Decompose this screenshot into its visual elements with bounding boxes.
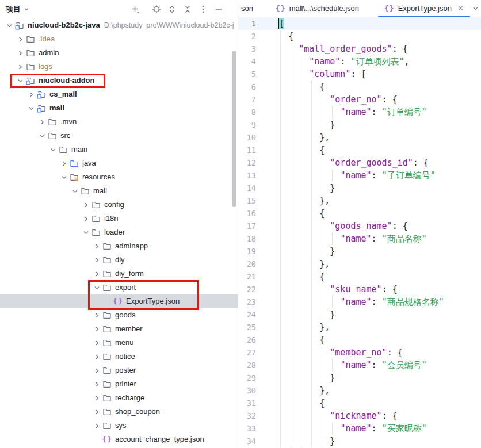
code-line[interactable]: } (278, 182, 444, 194)
tree-item-export[interactable]: export (0, 281, 238, 294)
chevron-right-icon[interactable] (26, 90, 36, 99)
expand-all-icon[interactable] (167, 4, 177, 14)
collapse-all-icon[interactable] (182, 4, 193, 14)
code-line[interactable]: { (278, 30, 444, 43)
tree-item-resources[interactable]: resources (0, 170, 238, 184)
code-line[interactable]: [ (278, 17, 444, 30)
tree-item-niucloud-addon[interactable]: niucloud-addon (0, 74, 238, 87)
chevron-right-icon[interactable] (92, 380, 102, 389)
chevron-down-icon[interactable] (59, 173, 69, 182)
code-line[interactable]: } (278, 118, 444, 131)
tab-exporttype-json[interactable]: {}ExportType.json✕ (377, 0, 471, 17)
editor-body[interactable]: 1234567891011121314151617181920212223242… (238, 17, 481, 448)
chevron-down-icon[interactable] (26, 104, 36, 113)
code-line[interactable]: "order_goods_id": { (278, 156, 444, 169)
code-line[interactable]: "name": "买家昵称" (278, 422, 444, 435)
tree-item--mvn[interactable]: .mvn (0, 115, 238, 129)
chevron-right-icon[interactable] (92, 269, 102, 278)
code-line[interactable]: "name": "会员编号" (278, 359, 444, 372)
project-panel-title[interactable]: 项目 (6, 4, 21, 14)
tree-item-logs[interactable]: logs (0, 60, 238, 74)
code-line[interactable]: }, (278, 384, 444, 397)
code-line[interactable]: }, (278, 321, 444, 334)
tree-item-exporttype-json[interactable]: {}ExportType.json (0, 294, 238, 308)
code-line[interactable]: "column": [ (278, 68, 444, 81)
code-line[interactable]: "name": "子订单编号" (278, 169, 444, 182)
tree-item-member[interactable]: member (0, 322, 238, 336)
code-line[interactable]: { (278, 270, 444, 283)
tree-item-printer[interactable]: printer (0, 377, 238, 391)
code-line[interactable]: } (278, 372, 444, 384)
tree-item-niucloud-b2b2c-java[interactable]: niucloud-b2b2c-javaD:\phpstudy_pro\WWW\n… (0, 18, 238, 32)
tree-item-admin[interactable]: admin (0, 46, 238, 60)
chevron-right-icon[interactable] (92, 255, 102, 265)
chevron-right-icon[interactable] (92, 393, 102, 403)
chevron-right-icon[interactable] (16, 35, 25, 44)
chevron-right-icon[interactable] (81, 200, 91, 209)
code-line[interactable]: "member_no": { (278, 346, 444, 359)
code-line[interactable]: "name": "商品名称" (278, 232, 444, 245)
tree-item-poster[interactable]: poster (0, 363, 238, 377)
close-icon[interactable]: ✕ (457, 4, 464, 13)
code-line[interactable]: }, (278, 258, 444, 270)
code-line[interactable]: "name": "商品规格名称" (278, 296, 444, 308)
tree-item--idea[interactable]: .idea (0, 32, 238, 46)
chevron-right-icon[interactable] (59, 159, 69, 168)
chevron-right-icon[interactable] (92, 407, 102, 416)
more-icon[interactable] (198, 4, 208, 14)
code-line[interactable]: "sku_name": { (278, 283, 444, 296)
tree-item-adminapp[interactable]: adminapp (0, 239, 238, 253)
chevron-down-icon[interactable] (23, 6, 30, 13)
code-line[interactable]: "name": "订单项列表", (278, 55, 444, 68)
tab-son[interactable]: son (238, 0, 268, 17)
tree-item-cs-mall[interactable]: cs_mall (0, 87, 238, 101)
add-icon[interactable] (130, 4, 140, 14)
tab-mall-schedule-json[interactable]: {}mall\...\schedule.json (268, 0, 367, 17)
chevron-down-icon[interactable] (81, 228, 91, 237)
chevron-right-icon[interactable] (92, 366, 102, 375)
tree-item-config[interactable]: config (0, 198, 238, 212)
chevron-down-icon[interactable] (5, 21, 14, 30)
chevron-right-icon[interactable] (92, 352, 102, 361)
tree-item-goods[interactable]: goods (0, 308, 238, 322)
tree-item-main[interactable]: main (0, 143, 238, 156)
code-line[interactable]: "mall_order_goods": { (278, 43, 444, 55)
tree-item-menu[interactable]: menu (0, 336, 238, 350)
code-line[interactable]: } (278, 435, 444, 447)
chevron-right-icon[interactable] (37, 117, 47, 127)
code-area[interactable]: [ { "mall_order_goods": { "name": "订单项列表… (278, 17, 444, 447)
code-line[interactable]: "name": "订单编号" (278, 106, 444, 118)
tree-item-sys[interactable]: sys (0, 419, 238, 432)
chevron-right-icon[interactable] (92, 338, 102, 347)
code-line[interactable]: }, (278, 131, 444, 144)
chevron-down-icon[interactable] (70, 186, 80, 196)
code-line[interactable]: } (278, 245, 444, 258)
code-line[interactable]: { (278, 144, 444, 156)
tree-item-i18n[interactable]: i18n (0, 212, 238, 225)
code-line[interactable]: { (278, 334, 444, 346)
code-line[interactable]: } (278, 308, 444, 321)
tree-item-recharge[interactable]: recharge (0, 391, 238, 405)
chevron-right-icon[interactable] (16, 62, 25, 71)
tree-item-account-change-type-json[interactable]: {}account_change_type.json (0, 432, 238, 446)
chevron-right-icon[interactable] (92, 311, 102, 320)
code-line[interactable]: { (278, 207, 444, 220)
code-line[interactable]: { (278, 81, 444, 93)
chevron-down-icon[interactable] (92, 283, 102, 292)
tree-item-mall[interactable]: mall (0, 101, 238, 115)
code-line[interactable]: "nickname": { (278, 409, 444, 422)
tree-item-shop-coupon[interactable]: shop_coupon (0, 405, 238, 419)
chevron-down-icon[interactable] (471, 4, 480, 13)
tree-item-diy-form[interactable]: diy_form (0, 267, 238, 281)
chevron-right-icon[interactable] (16, 48, 25, 58)
tree-item-java[interactable]: java (0, 156, 238, 170)
code-line[interactable]: { (278, 397, 444, 409)
tree-item-mall[interactable]: mall (0, 184, 238, 198)
code-line[interactable]: }, (278, 194, 444, 207)
chevron-down-icon[interactable] (16, 76, 25, 85)
project-scrollbar[interactable] (232, 51, 236, 207)
chevron-right-icon[interactable] (92, 324, 102, 334)
tree-item-src[interactable]: src (0, 129, 238, 143)
locate-icon[interactable] (151, 4, 162, 14)
chevron-down-icon[interactable] (37, 131, 47, 140)
